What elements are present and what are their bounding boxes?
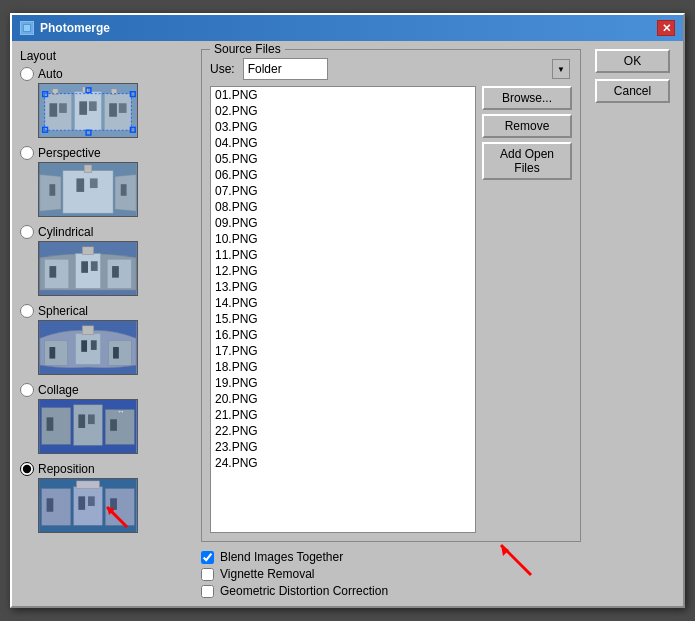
vignette-checkbox[interactable] (201, 568, 214, 581)
file-item[interactable]: 24.PNG (211, 455, 475, 471)
svg-rect-59 (110, 419, 117, 431)
svg-rect-66 (78, 496, 85, 509)
ok-button[interactable]: OK (595, 49, 670, 73)
file-item[interactable]: 19.PNG (211, 375, 475, 391)
file-item[interactable]: 22.PNG (211, 423, 475, 439)
file-item[interactable]: 23.PNG (211, 439, 475, 455)
file-item[interactable]: 12.PNG (211, 263, 475, 279)
source-files-legend: Source Files (210, 42, 285, 56)
file-item[interactable]: 13.PNG (211, 279, 475, 295)
file-item[interactable]: 18.PNG (211, 359, 475, 375)
add-open-files-button[interactable]: Add Open Files (482, 142, 572, 180)
cancel-button[interactable]: Cancel (595, 79, 670, 103)
file-item[interactable]: 17.PNG (211, 343, 475, 359)
svg-rect-9 (89, 101, 97, 111)
perspective-label: Perspective (38, 146, 101, 160)
collage-radio-row: Collage (20, 383, 195, 397)
file-item[interactable]: 11.PNG (211, 247, 475, 263)
geometric-label: Geometric Distortion Correction (220, 584, 388, 598)
svg-rect-41 (112, 266, 119, 278)
svg-rect-29 (49, 184, 55, 196)
remove-button[interactable]: Remove (482, 114, 572, 138)
files-row: 01.PNG02.PNG03.PNG04.PNG05.PNG06.PNG07.P… (210, 86, 572, 533)
blend-checkbox-row: Blend Images Together (201, 550, 581, 564)
svg-rect-53 (42, 408, 71, 445)
svg-rect-30 (76, 178, 84, 191)
vignette-label: Vignette Removal (220, 567, 315, 581)
dialog-buttons: OK Cancel (595, 49, 675, 598)
svg-rect-48 (81, 340, 87, 352)
svg-rect-10 (109, 103, 117, 116)
svg-rect-40 (91, 261, 98, 271)
file-item[interactable]: 14.PNG (211, 295, 475, 311)
svg-rect-45 (75, 334, 100, 365)
file-item[interactable]: 03.PNG (211, 119, 475, 135)
auto-label: Auto (38, 67, 63, 81)
spherical-label: Spherical (38, 304, 88, 318)
svg-rect-56 (47, 417, 54, 430)
layout-group-label: Layout (20, 49, 195, 63)
file-item[interactable]: 15.PNG (211, 311, 475, 327)
file-item[interactable]: 07.PNG (211, 183, 475, 199)
dialog-title: Photomerge (40, 21, 110, 35)
svg-rect-47 (49, 347, 55, 359)
browse-button[interactable]: Browse... (482, 86, 572, 110)
source-and-checks: Source Files Use: Folder Files Open File… (201, 49, 581, 598)
svg-rect-38 (49, 266, 56, 278)
svg-rect-37 (107, 259, 131, 288)
svg-rect-35 (45, 259, 69, 288)
svg-rect-3 (45, 94, 72, 131)
file-item[interactable]: 21.PNG (211, 407, 475, 423)
file-item[interactable]: 04.PNG (211, 135, 475, 151)
file-item[interactable]: 09.PNG (211, 215, 475, 231)
spherical-radio[interactable] (20, 304, 34, 318)
cylindrical-label: Cylindrical (38, 225, 93, 239)
use-select[interactable]: Folder Files Open Files (243, 58, 328, 80)
perspective-radio-row: Perspective (20, 146, 195, 160)
reposition-radio-row: Reposition (20, 462, 195, 476)
perspective-preview (38, 162, 138, 217)
files-buttons: Browse... Remove Add Open Files (482, 86, 572, 533)
svg-rect-7 (59, 103, 67, 113)
layout-item-perspective: Perspective (20, 146, 195, 221)
svg-rect-8 (79, 101, 87, 114)
svg-rect-6 (49, 103, 57, 116)
collage-radio[interactable] (20, 383, 34, 397)
title-bar-left: Photomerge (20, 21, 110, 35)
svg-rect-32 (121, 184, 127, 196)
reposition-radio[interactable] (20, 462, 34, 476)
cylindrical-radio[interactable] (20, 225, 34, 239)
photomerge-dialog: Photomerge ✕ Layout Auto (10, 13, 685, 608)
cylindrical-radio-row: Cylindrical (20, 225, 195, 239)
auto-preview (38, 83, 138, 138)
svg-rect-33 (84, 165, 92, 173)
blend-checkbox[interactable] (201, 551, 214, 564)
geometric-checkbox[interactable] (201, 585, 214, 598)
svg-rect-54 (74, 405, 103, 445)
file-item[interactable]: 08.PNG (211, 199, 475, 215)
svg-rect-46 (108, 340, 131, 365)
dialog-icon (20, 21, 34, 35)
file-item[interactable]: 20.PNG (211, 391, 475, 407)
file-item[interactable]: 16.PNG (211, 327, 475, 343)
auto-radio[interactable] (20, 67, 34, 81)
svg-rect-58 (88, 414, 95, 424)
svg-rect-27 (63, 171, 113, 213)
file-item[interactable]: 02.PNG (211, 103, 475, 119)
file-item[interactable]: 06.PNG (211, 167, 475, 183)
close-button[interactable]: ✕ (657, 20, 675, 36)
svg-rect-49 (91, 340, 97, 350)
svg-rect-65 (47, 498, 54, 511)
perspective-radio[interactable] (20, 146, 34, 160)
layout-item-auto: Auto (20, 67, 195, 142)
spherical-preview (38, 320, 138, 375)
file-item[interactable]: 01.PNG (211, 87, 475, 103)
files-listbox-inner[interactable]: 01.PNG02.PNG03.PNG04.PNG05.PNG06.PNG07.P… (211, 87, 475, 532)
file-item[interactable]: 10.PNG (211, 231, 475, 247)
cylindrical-preview (38, 241, 138, 296)
svg-rect-51 (82, 326, 94, 335)
file-item[interactable]: 05.PNG (211, 151, 475, 167)
layout-item-reposition: Reposition (20, 462, 195, 537)
svg-rect-67 (88, 496, 95, 506)
layout-item-cylindrical: Cylindrical (20, 225, 195, 300)
